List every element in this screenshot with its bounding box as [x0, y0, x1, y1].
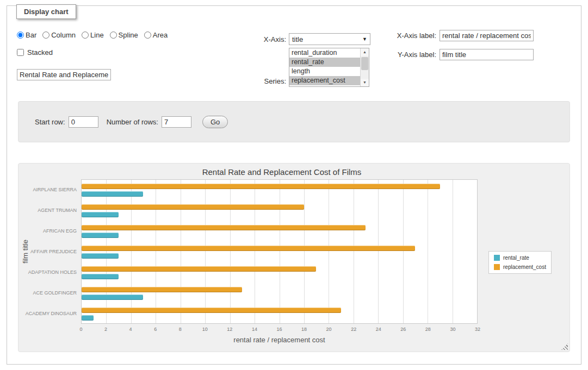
chart-type-option-line[interactable]: Line: [82, 31, 104, 39]
plot-wrap: AIRPLANE SIERRAAGENT TRUMANAFRICAN EGGAF…: [81, 179, 478, 324]
chart-type-label: Line: [90, 31, 104, 39]
gridline: [205, 180, 206, 323]
xaxis-label-field-label: X-Axis label:: [388, 32, 436, 40]
gridline: [453, 180, 453, 323]
chart-type-radio-line[interactable]: [82, 32, 89, 39]
axis-labels-column: X-Axis label: Y-Axis label:: [388, 30, 534, 60]
series-option-rental_rate[interactable]: rental_rate: [289, 58, 360, 67]
x-tick-label: 30: [450, 327, 455, 332]
x-tick-label: 22: [351, 327, 356, 332]
chart-type-option-column[interactable]: Column: [42, 31, 76, 39]
chart-title-input[interactable]: [17, 69, 111, 80]
series-option-replacement_cost[interactable]: replacement_cost: [289, 76, 360, 85]
series-field-label: Series:: [252, 77, 286, 87]
bar-replacement_cost: [82, 287, 242, 292]
x-tick-label: 2: [104, 327, 107, 332]
fieldset-legend: Display chart: [16, 4, 76, 19]
chart-type-radio-area[interactable]: [144, 32, 151, 39]
series-option-rental_duration[interactable]: rental_duration: [289, 48, 360, 58]
chart-type-label: Area: [153, 31, 168, 39]
x-tick-label: 18: [301, 327, 307, 332]
series-field-row: Series: rental_durationrental_ratelength…: [252, 48, 370, 87]
series-listbox[interactable]: rental_durationrental_ratelengthreplacem…: [289, 48, 369, 87]
num-rows-input[interactable]: [162, 116, 191, 128]
chart-type-label: Column: [51, 31, 76, 39]
bar-replacement_cost: [82, 246, 415, 251]
num-rows-label: Number of rows:: [107, 118, 158, 126]
plot-area: [81, 179, 478, 324]
chart-type-option-area[interactable]: Area: [144, 31, 168, 39]
category-label: ACE GOLDFINGER: [22, 290, 77, 296]
start-row-label: Start row:: [35, 118, 65, 126]
bar-rental_rate: [82, 191, 143, 197]
series-scrollbar[interactable]: ▲ ▼: [360, 48, 369, 86]
chart-type-radio-column[interactable]: [42, 32, 49, 39]
x-tick-label: 10: [202, 327, 208, 332]
gridline: [181, 180, 181, 323]
scrollbar-thumb[interactable]: [361, 57, 368, 70]
xaxis-label-row: X-Axis label:: [388, 30, 534, 41]
resize-handle-icon[interactable]: [561, 343, 568, 350]
stacked-label: Stacked: [27, 48, 53, 57]
bar-replacement_cost: [82, 266, 316, 272]
legend-swatch: [494, 264, 500, 270]
chevron-down-icon: ▼: [362, 36, 367, 42]
legend-swatch: [494, 255, 500, 261]
x-tick-label: 14: [252, 327, 257, 332]
y-axis-categories: AIRPLANE SIERRAAGENT TRUMANAFRICAN EGGAF…: [22, 179, 77, 324]
xaxis-select[interactable]: title ▼: [289, 33, 370, 45]
legend-label: replacement_cost: [503, 264, 546, 270]
scroll-down-icon[interactable]: ▼: [361, 79, 369, 86]
yaxis-label-row: Y-Axis label:: [388, 49, 534, 60]
scroll-up-icon[interactable]: ▲: [361, 48, 369, 56]
chart-type-option-spline[interactable]: Spline: [110, 31, 138, 39]
bar-replacement_cost: [82, 308, 341, 313]
x-tick-label: 28: [425, 327, 431, 332]
series-option-length[interactable]: length: [289, 67, 360, 76]
bar-replacement_cost: [82, 225, 366, 230]
chart-legend: rental_ratereplacement_cost: [488, 251, 552, 274]
gridline: [106, 180, 107, 323]
stacked-checkbox[interactable]: [17, 49, 24, 56]
xaxis-select-value: title: [292, 35, 303, 43]
bar-replacement_cost: [82, 204, 304, 210]
legend-item-rental_rate: rental_rate: [494, 255, 546, 261]
xaxis-field-row: X-Axis: title ▼: [252, 33, 370, 45]
gridline: [329, 180, 329, 323]
legend-label: rental_rate: [503, 255, 529, 261]
x-tick-label: 20: [326, 327, 332, 332]
stacked-option[interactable]: Stacked: [17, 48, 168, 57]
bar-replacement_cost: [82, 184, 440, 189]
chart-title: Rental Rate and Replacement Cost of Film…: [18, 167, 545, 177]
gridline: [131, 180, 132, 323]
chart-type-column: BarColumnLineSplineArea Stacked: [17, 31, 168, 80]
x-tick-label: 16: [276, 327, 282, 332]
chart-type-options: BarColumnLineSplineArea: [17, 31, 168, 39]
gridline: [354, 180, 354, 323]
go-button[interactable]: Go: [202, 116, 228, 128]
yaxis-label-input[interactable]: [440, 49, 534, 60]
chart-type-label: Spline: [119, 31, 138, 39]
chart-panel: Rental Rate and Replacement Cost of Film…: [18, 163, 570, 352]
chart-type-option-bar[interactable]: Bar: [17, 31, 36, 39]
scrollbar-track[interactable]: [361, 56, 369, 79]
xaxis-label-input[interactable]: [440, 30, 534, 41]
gridline: [255, 180, 255, 323]
gridline: [280, 180, 280, 323]
category-label: ACADEMY DINOSAUR: [22, 310, 77, 317]
chart-controls: BarColumnLineSplineArea Stacked X-Axis: …: [7, 6, 581, 101]
legend-item-replacement_cost: replacement_cost: [494, 264, 546, 270]
category-label: AGENT TRUMAN: [22, 207, 77, 214]
start-row-input[interactable]: [69, 116, 98, 128]
x-tick-label: 8: [179, 327, 182, 332]
chart-type-radio-bar[interactable]: [17, 32, 24, 39]
gridline: [428, 180, 428, 323]
chart-type-radio-spline[interactable]: [110, 32, 117, 39]
gridline: [378, 180, 379, 323]
bar-rental_rate: [82, 212, 119, 217]
row-range-panel: Start row: Number of rows: Go: [18, 101, 570, 142]
axis-series-column: X-Axis: title ▼ Series: rental_durationr…: [252, 33, 370, 87]
bar-rental_rate: [82, 294, 143, 300]
x-tick-label: 12: [227, 327, 232, 332]
category-label: AIRPLANE SIERRA: [22, 186, 77, 193]
